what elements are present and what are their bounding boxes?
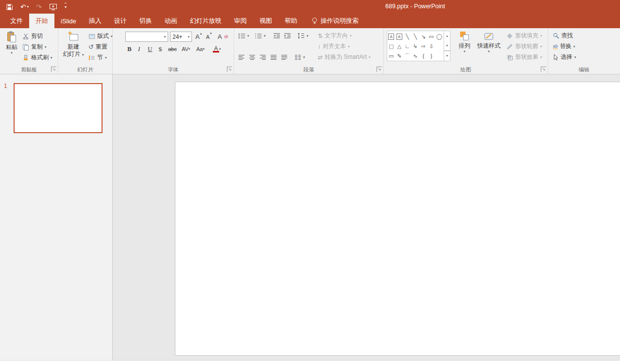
italic-button[interactable]: I: [138, 44, 140, 54]
shape-elbow-arrow-connector-icon[interactable]: ↳: [413, 43, 417, 50]
line-spacing-dropdown-icon[interactable]: ▾: [307, 34, 309, 38]
shape-fill-button[interactable]: 形状填充 ▾: [506, 31, 542, 41]
shape-effects-button[interactable]: 形状效果 ▾: [506, 52, 542, 62]
tab-insert[interactable]: 插入: [83, 14, 108, 28]
shape-arc-icon[interactable]: ⌒: [405, 52, 410, 60]
new-slide-button[interactable]: 新建 幻灯片 ▾: [62, 30, 85, 58]
paste-dropdown-icon[interactable]: ▾: [11, 51, 13, 55]
change-case-button[interactable]: Aa ▾: [196, 44, 205, 54]
text-shadow-button[interactable]: S: [158, 44, 162, 54]
shape-line-arrow-icon[interactable]: ↘: [421, 34, 426, 40]
shapes-gallery-scroll-down-icon[interactable]: ▾: [444, 41, 450, 51]
font-size-combo[interactable]: 24+ ▾: [170, 32, 192, 42]
slide-thumbnail-1[interactable]: [14, 83, 103, 133]
distribute-text-button[interactable]: [281, 52, 288, 62]
layout-button[interactable]: 版式 ▾: [88, 31, 113, 41]
replace-dropdown-icon[interactable]: ▾: [573, 45, 575, 49]
copy-dropdown-icon[interactable]: ▾: [45, 45, 47, 49]
tab-help[interactable]: 帮助: [278, 14, 304, 28]
convert-smartart-button[interactable]: ⇄ 转换为 SmartArt ▾: [318, 52, 370, 62]
columns-button[interactable]: ▾: [294, 52, 305, 62]
redo-button[interactable]: ↷: [36, 3, 42, 10]
copy-button[interactable]: 复制 ▾: [22, 42, 47, 52]
line-spacing-button[interactable]: ▾: [297, 31, 309, 41]
bullets-dropdown-icon[interactable]: ▾: [247, 34, 249, 38]
bold-button[interactable]: B: [127, 44, 132, 54]
shape-triangle-icon[interactable]: △: [397, 43, 401, 50]
find-button[interactable]: 查找: [553, 31, 573, 41]
increase-indent-button[interactable]: [284, 31, 291, 41]
align-center-button[interactable]: [249, 52, 256, 62]
shape-rounded-rectangle-icon[interactable]: ▢: [389, 43, 394, 50]
paste-button[interactable]: 粘贴 ▾: [2, 30, 21, 55]
strikethrough-button[interactable]: abc: [168, 44, 177, 54]
justify-button[interactable]: [270, 52, 277, 62]
new-slide-dropdown-icon[interactable]: ▾: [82, 53, 84, 56]
quick-styles-dropdown-icon[interactable]: ▾: [488, 50, 490, 53]
layout-dropdown-icon[interactable]: ▾: [111, 35, 113, 38]
arrange-button[interactable]: 排列 ▾: [455, 30, 474, 53]
format-painter-button[interactable]: 格式刷 ▾: [22, 52, 52, 63]
columns-dropdown-icon[interactable]: ▾: [303, 55, 305, 59]
shape-outline-button[interactable]: 形状轮廓 ▾: [506, 41, 542, 52]
undo-dropdown-icon[interactable]: ▾: [27, 3, 29, 10]
customize-qat-button[interactable]: ▾: [65, 3, 67, 11]
shape-line-icon[interactable]: ╲: [406, 34, 409, 40]
shape-rectangle-icon[interactable]: ▭: [429, 34, 434, 40]
align-left-button[interactable]: [238, 52, 245, 62]
shape-curve-icon[interactable]: ∿: [413, 53, 417, 59]
shape-snip-rectangle-icon[interactable]: ▭: [389, 53, 394, 59]
font-name-dropdown-icon[interactable]: ▾: [164, 35, 166, 39]
quick-styles-button[interactable]: 快速样式 ▾: [475, 30, 502, 53]
shape-freeform-icon[interactable]: ✎: [397, 53, 401, 59]
text-direction-button[interactable]: ⇅ 文字方向 ▾: [318, 31, 352, 41]
reset-button[interactable]: ↺ 重置: [88, 42, 107, 52]
select-button[interactable]: 选择 ▾: [553, 52, 576, 62]
shape-oval-icon[interactable]: ◯: [436, 34, 442, 40]
tab-slideshow[interactable]: 幻灯片放映: [184, 14, 228, 28]
cut-button[interactable]: 剪切: [22, 31, 43, 41]
align-right-button[interactable]: [259, 52, 266, 62]
numbering-button[interactable]: ▾: [255, 31, 266, 41]
shape-elbow-connector-icon[interactable]: ∟: [405, 43, 410, 49]
shape-line-2-icon[interactable]: ╲: [413, 34, 417, 40]
underline-button[interactable]: U: [148, 44, 152, 54]
shapes-gallery-more-icon[interactable]: ▾: [444, 51, 450, 61]
align-text-button[interactable]: ↕ 对齐文本 ▾: [318, 41, 350, 52]
font-size-dropdown-icon[interactable]: ▾: [188, 35, 189, 39]
shape-left-brace-icon[interactable]: {: [422, 53, 424, 59]
shape-right-arrow-icon[interactable]: ⇨: [421, 43, 426, 50]
character-spacing-button[interactable]: AV ▾: [182, 44, 190, 54]
shape-text-box-icon[interactable]: A: [388, 34, 394, 40]
change-case-dropdown-icon[interactable]: ▾: [203, 47, 205, 51]
save-button[interactable]: [6, 3, 13, 11]
arrange-dropdown-icon[interactable]: ▾: [464, 50, 465, 53]
start-slideshow-button[interactable]: [49, 3, 57, 11]
tab-home[interactable]: 开始: [29, 14, 54, 28]
section-button[interactable]: 节 ▾: [88, 52, 107, 63]
select-dropdown-icon[interactable]: ▾: [574, 55, 576, 59]
shrink-font-button[interactable]: A▾: [206, 32, 212, 42]
numbering-dropdown-icon[interactable]: ▾: [264, 34, 266, 38]
slide-canvas[interactable]: [175, 82, 620, 356]
bullets-button[interactable]: ▾: [238, 31, 249, 41]
tab-design[interactable]: 设计: [108, 14, 133, 28]
tab-file[interactable]: 文件: [4, 14, 29, 28]
tab-review[interactable]: 审阅: [228, 14, 253, 28]
font-name-combo[interactable]: ▾: [125, 32, 168, 42]
character-spacing-dropdown-icon[interactable]: ▾: [189, 47, 190, 51]
undo-button[interactable]: ↶ ▾: [20, 3, 29, 10]
tab-transitions[interactable]: 切换: [133, 14, 158, 28]
font-color-dropdown-icon[interactable]: ▾: [219, 47, 221, 51]
shapes-gallery-scroll-up-icon[interactable]: ▴: [444, 31, 450, 41]
grow-font-button[interactable]: A▴: [195, 32, 202, 42]
format-painter-dropdown-icon[interactable]: ▾: [51, 56, 52, 60]
replace-button[interactable]: ab 替换 ▾: [553, 41, 575, 52]
shape-vertical-text-box-icon[interactable]: A: [396, 34, 402, 40]
font-color-button[interactable]: A ▾: [213, 44, 221, 54]
clear-formatting-button[interactable]: A: [218, 32, 228, 42]
decrease-indent-button[interactable]: [273, 31, 280, 41]
tab-view[interactable]: 视图: [253, 14, 278, 28]
tell-me-search[interactable]: 操作说明搜索: [307, 14, 363, 28]
shape-down-arrow-icon[interactable]: ⇩: [429, 43, 433, 50]
